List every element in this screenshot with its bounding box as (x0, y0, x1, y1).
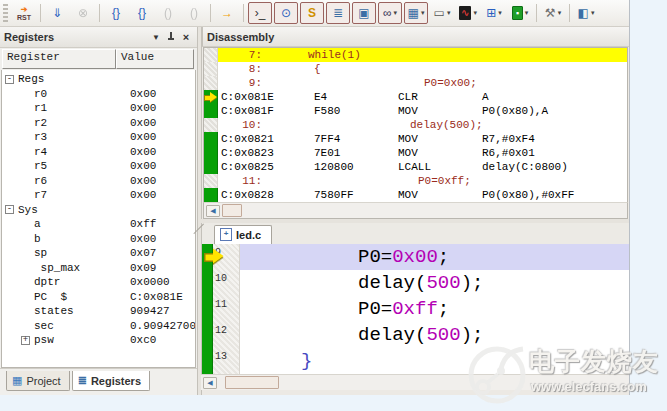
register-row[interactable]: r30x00 (2, 130, 195, 145)
system-viewer-icon: ▪ (512, 6, 523, 20)
editor-line-number: 12 (213, 322, 239, 348)
register-row[interactable]: r20x00 (2, 116, 195, 131)
register-row[interactable]: sp_max0x09 (2, 261, 195, 276)
register-value: 0xc0 (130, 333, 156, 348)
scroll-left-arrow-icon[interactable]: ◀ (203, 377, 217, 389)
dropdown-caret-icon[interactable]: ▾ (421, 9, 425, 17)
step-out-icon: () (164, 4, 172, 22)
call-stack-window-button[interactable]: ▣ (352, 2, 376, 24)
memory-window-button[interactable]: ▦▾ (404, 2, 428, 24)
asm-address: C:0x0823 (218, 146, 314, 160)
editor-text-area[interactable]: P0=0x00;delay(500);P0=0xff;delay(500);} (240, 244, 629, 374)
disassembly-gutter (204, 76, 218, 90)
code-token: ); (461, 272, 484, 294)
register-row[interactable]: r10x00 (2, 101, 195, 116)
register-row[interactable]: r00x00 (2, 87, 195, 102)
panel-pin-icon[interactable] (164, 30, 178, 44)
stop-button[interactable]: ⊗ (71, 2, 95, 24)
show-next-statement-button[interactable]: → (215, 2, 239, 24)
disassembly-row[interactable]: C:0x0825120800LCALLdelay(C:0800) (204, 160, 627, 174)
register-value: 0x00 (130, 130, 156, 145)
editor-code-line[interactable]: delay(500); (240, 322, 629, 348)
step-into-button[interactable]: {} (104, 2, 128, 24)
editor-line-number: 13 (213, 348, 239, 374)
disassembly-row[interactable]: C:0x08217FF4MOVR7,#0xF4 (204, 132, 627, 146)
run-to-cursor-button[interactable]: () (182, 2, 206, 24)
disassembly-row[interactable]: C:0x08237E01MOVR6,#0x01 (204, 146, 627, 160)
register-row[interactable]: a0xff (2, 217, 195, 232)
dropdown-caret-icon[interactable]: ▾ (558, 9, 562, 17)
tree-expand-icon[interactable]: + (21, 336, 30, 345)
registers-panel: Registers ▼ × Register Value -Regsr00x00… (0, 27, 198, 395)
disassembly-titlebar: Disassembly (202, 27, 629, 47)
register-row[interactable]: b0x00 (2, 232, 195, 247)
toolbar-grip[interactable] (3, 4, 8, 22)
disassembly-row[interactable]: 9:P0=0x00; (204, 76, 627, 90)
toolbox-button[interactable]: ⚒▾ (541, 2, 565, 24)
register-row[interactable]: r50x00 (2, 159, 195, 174)
disassembly-row[interactable]: 10:delay(500); (204, 118, 627, 132)
register-group-row[interactable]: -Sys (2, 203, 195, 218)
editor-code-line[interactable]: } (240, 348, 629, 374)
watch-window-button[interactable]: ∞▾ (378, 2, 402, 24)
disassembly-row[interactable]: 11:P0=0xff; (204, 174, 627, 188)
dropdown-caret-icon[interactable]: ▾ (591, 9, 595, 17)
register-row[interactable]: dptr0x0000 (2, 275, 195, 290)
command-window-button[interactable]: ›_ (248, 2, 272, 24)
dock-tab-registers[interactable]: ≣Registers (72, 371, 150, 391)
disassembly-row-body: C:0x0825120800LCALLdelay(C:0800) (218, 160, 627, 174)
register-row[interactable]: r40x00 (2, 145, 195, 160)
register-row[interactable]: sec0.90942700 (2, 319, 195, 334)
dropdown-caret-icon[interactable]: ▾ (447, 9, 451, 17)
trace-window-button[interactable]: ⊞▾ (482, 2, 506, 24)
register-row[interactable]: PC $C:0x081E (2, 290, 195, 305)
register-row[interactable]: states909427 (2, 304, 195, 319)
serial-window-button[interactable]: ▭▾ (430, 2, 454, 24)
disassembly-window-button[interactable]: ⊙ (274, 2, 298, 24)
editor-tab-ledc[interactable]: + led.c (214, 225, 272, 244)
dropdown-caret-icon[interactable]: ▾ (498, 9, 502, 17)
reset-cpu-button[interactable]: ➔RST (12, 2, 36, 24)
editor-hscrollbar[interactable]: ◀ (201, 374, 629, 390)
step-out-button[interactable]: () (156, 2, 180, 24)
panel-close-icon[interactable]: × (179, 30, 193, 44)
registers-window-button[interactable]: ≣ (326, 2, 350, 24)
dropdown-caret-icon[interactable]: ▾ (525, 9, 529, 17)
editor-code-line[interactable]: delay(500); (240, 270, 629, 296)
register-column-header[interactable]: Register (2, 49, 116, 69)
run-button[interactable]: ⇓ (45, 2, 69, 24)
toolbar-separator (40, 4, 41, 22)
system-viewer-button[interactable]: ▪▾ (508, 2, 532, 24)
panel-menu-caret-icon[interactable]: ▼ (149, 30, 163, 44)
disassembly-hscrollbar[interactable]: ◀ (203, 202, 628, 219)
scroll-left-arrow-icon[interactable]: ◀ (206, 205, 220, 217)
layout-button[interactable]: ◧▾ (574, 2, 598, 24)
asm-opcode: E4 (314, 90, 398, 104)
editor-code-line[interactable]: P0=0x00; (240, 244, 629, 270)
dropdown-caret-icon[interactable]: ▾ (394, 9, 398, 17)
dropdown-caret-icon[interactable]: ▾ (473, 9, 477, 17)
register-row[interactable]: sp0x07 (2, 246, 195, 261)
register-row[interactable]: r60x00 (2, 174, 195, 189)
analysis-window-button[interactable]: ∿▾ (456, 2, 480, 24)
editor-code-line[interactable]: P0=0xff; (240, 296, 629, 322)
register-row[interactable]: r70x00 (2, 188, 195, 203)
scrollbar-thumb[interactable] (225, 376, 279, 389)
tree-expand-icon[interactable]: - (5, 205, 14, 214)
disassembly-row[interactable]: C:0x081EE4CLRA (204, 90, 627, 104)
dock-tab-project[interactable]: ▦Project (6, 371, 70, 391)
register-group-row[interactable]: -Regs (2, 72, 195, 87)
tree-expand-icon[interactable]: - (5, 75, 14, 84)
register-name: r2 (34, 116, 47, 131)
code-token: 0x00 (392, 246, 438, 268)
disassembly-row[interactable]: C:0x081FF580MOVP0(0x80),A (204, 104, 627, 118)
disassembly-row[interactable]: C:0x08287580FFMOVP0(0x80),#0xFF (204, 188, 627, 202)
disassembly-row[interactable]: 7:while(1) (204, 48, 627, 62)
scrollbar-thumb[interactable] (222, 204, 242, 217)
disassembly-row[interactable]: 8:{ (204, 62, 627, 76)
register-row[interactable]: +psw0xc0 (2, 333, 195, 348)
symbols-window-button[interactable]: S (300, 2, 324, 24)
value-column-header[interactable]: Value (116, 49, 194, 69)
step-over-button[interactable]: {} (130, 2, 154, 24)
register-name: r7 (34, 188, 47, 203)
